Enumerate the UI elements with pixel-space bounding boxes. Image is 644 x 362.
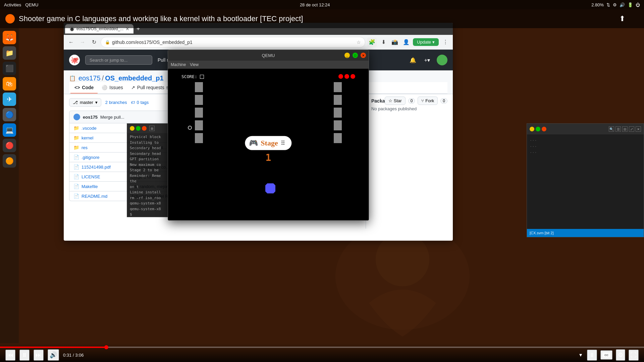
file-name[interactable]: LICENSE — [82, 174, 128, 179]
qemu-window: QEMU _ □ ✕ Machine View SCORE: — [168, 50, 369, 221]
volume-icon[interactable]: 🔊 — [620, 2, 625, 7]
rp-list-icon[interactable]: ☰ — [615, 126, 621, 132]
qemu-maximize-button[interactable]: □ — [353, 53, 358, 58]
block — [195, 120, 203, 130]
file-icon: 📄 — [73, 174, 79, 179]
telegram-icon[interactable]: ✈ — [3, 93, 16, 106]
gh-new-icon[interactable]: +▾ — [423, 56, 431, 65]
qemu-title: QEMU — [262, 53, 275, 58]
vscode-icon[interactable]: 💻 — [3, 123, 16, 137]
block — [195, 95, 203, 105]
terminal-icon[interactable]: ⬛ — [3, 62, 16, 75]
settings-button[interactable]: ⚙ — [616, 349, 625, 361]
ubuntu-dock: 🦊 📁 ⬛ 🛍 ✈ 🔵 💻 🔴 🟠 — [0, 28, 19, 343]
qemu-close-button[interactable]: ✕ — [361, 53, 366, 58]
commit-username[interactable]: eos175 — [83, 115, 98, 120]
life-1 — [338, 74, 343, 79]
github-sidebar: Packages No packages published — [366, 94, 453, 229]
settings-icon[interactable]: ⚙ — [613, 2, 617, 7]
file-name[interactable]: Makefile — [82, 184, 128, 189]
rp-search-icon[interactable]: 🔍 — [609, 126, 614, 132]
branches-link[interactable]: 2 branches — [105, 100, 127, 105]
fork-icon: ⑂ — [421, 98, 424, 103]
time-display: 0:31 / 3:06 — [63, 353, 84, 358]
captions-button[interactable]: CC — [600, 350, 612, 360]
gh-tab-issues[interactable]: ⚪ Issues — [98, 82, 127, 94]
software-center-icon[interactable]: 🛍 — [3, 77, 16, 90]
branch-selector[interactable]: ⎇ master ▾ — [69, 98, 101, 107]
terminal-maximize-btn[interactable] — [136, 126, 141, 131]
file-name[interactable]: 115241498.pdf — [82, 165, 128, 170]
system-bar: Activities QEMU 28 de oct 12:24 2.80% ⇅ … — [0, 0, 644, 9]
subtitle-toggle[interactable]: ▼ — [578, 352, 583, 358]
repo-separator: / — [102, 74, 104, 82]
qemu-game-area: SCORE: 🎮 Stage ⠿ — [168, 69, 369, 220]
gh-notification-icon[interactable]: 🔔 — [408, 56, 418, 65]
github-search[interactable]: Search or jump to... — [85, 55, 152, 65]
rp-close-btn[interactable] — [542, 127, 546, 131]
block — [334, 108, 342, 118]
star-button[interactable]: ☆ Star — [385, 97, 406, 105]
rp-close-icon[interactable]: ✕ — [636, 126, 641, 132]
fullscreen-button[interactable]: ⛶ — [629, 350, 639, 361]
player-sprite — [265, 183, 275, 193]
activities-btn[interactable]: Activities — [4, 2, 21, 7]
bookmark-icon[interactable]: ☆ — [357, 40, 361, 45]
rp-split-icon[interactable]: ⊟ — [622, 126, 628, 132]
unknown-icon-1[interactable]: 🔵 — [3, 108, 16, 121]
firefox-icon[interactable]: 🦊 — [3, 31, 16, 44]
current-time: 0:31 — [63, 353, 71, 358]
progress-bar[interactable] — [0, 347, 644, 348]
file-name[interactable]: kernel — [82, 135, 128, 140]
address-bar[interactable]: 🔒 github.com/eos175/OS_embedded_p1 ☆ — [101, 37, 365, 48]
progress-thumb[interactable] — [104, 345, 108, 349]
pause-overlay-button[interactable]: ⏸ — [587, 350, 597, 361]
skip-back-button[interactable]: ⏮ — [5, 350, 15, 361]
pause-button[interactable]: ⏸ — [19, 350, 30, 361]
volume-button[interactable]: 🔊 — [48, 349, 59, 361]
rp-maximize-btn[interactable] — [536, 127, 540, 131]
gh-tab-pullrequests[interactable]: ↗ Pull requests s — [127, 82, 173, 94]
gh-user-avatar[interactable] — [437, 55, 447, 65]
total-time: 3:06 — [75, 353, 84, 358]
terminal-close-btn[interactable] — [142, 126, 147, 131]
files-icon[interactable]: 📁 — [3, 46, 16, 60]
gh-tab-code[interactable]: <> Code — [70, 82, 98, 94]
share-button[interactable]: ⬆ — [619, 14, 625, 23]
rp-expand-icon[interactable]: ⤢ — [629, 126, 634, 132]
block — [195, 108, 203, 118]
file-name[interactable]: README.md — [82, 194, 128, 199]
qemu-minimize-button[interactable]: _ — [344, 53, 350, 58]
pr-tab-label: Pull requests — [137, 85, 164, 90]
extensions-icon[interactable]: 🧩 — [367, 38, 377, 47]
qemu-indicator[interactable]: QEMU — [25, 2, 38, 7]
repo-owner-link[interactable]: eos175 — [78, 74, 101, 82]
terminal-minimize-btn[interactable] — [130, 126, 135, 131]
tags-link[interactable]: 🏷 0 tags — [131, 100, 149, 105]
terminal-icon[interactable]: ⊞ — [149, 126, 155, 131]
progress-fill — [0, 347, 106, 348]
screenshot-icon[interactable]: 📸 — [390, 38, 399, 47]
file-name[interactable]: .gitignore — [82, 155, 128, 160]
video-title-bar: Shooter game in C languages and working … — [0, 9, 644, 28]
repo-name-link[interactable]: OS_embedded_p1 — [105, 74, 164, 82]
fork-button[interactable]: ⑂ Fork — [418, 97, 438, 105]
rp-minimize-btn[interactable] — [530, 127, 534, 131]
captions-icon: CC — [602, 352, 610, 358]
power-icon[interactable]: ⏻ — [636, 2, 640, 7]
qemu-view-menu[interactable]: View — [190, 62, 199, 67]
menu-button[interactable]: ⋮ — [441, 38, 450, 47]
profile-icon[interactable]: 👤 — [401, 38, 411, 47]
unknown-icon-2[interactable]: 🔴 — [3, 139, 16, 152]
video-controls: ⏮ ⏸ ⏭ 🔊 0:31 / 3:06 ▼ ⏸ CC ⚙ ⛶ — [0, 343, 644, 362]
qemu-machine-menu[interactable]: Machine — [171, 62, 186, 67]
github-logo[interactable]: 🐙 — [69, 55, 80, 65]
back-button[interactable]: ← — [66, 38, 76, 47]
file-name[interactable]: res — [82, 145, 128, 150]
file-name[interactable]: .vscode — [82, 126, 128, 131]
reload-button[interactable]: ↻ — [89, 38, 99, 47]
update-button[interactable]: Update ▾ — [413, 38, 439, 46]
unknown-icon-3[interactable]: 🟠 — [3, 154, 16, 168]
skip-forward-button[interactable]: ⏭ — [34, 350, 44, 361]
download-icon[interactable]: ⬇ — [379, 38, 388, 47]
